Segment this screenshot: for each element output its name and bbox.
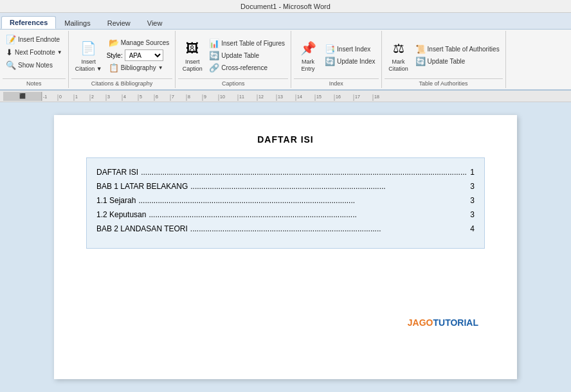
toc-dots: ........................................… — [141, 168, 467, 177]
table-authorities-group: ⚖ MarkCitation 📜 Insert Table of Authori… — [382, 31, 506, 88]
svg-text:2: 2 — [91, 94, 94, 99]
svg-text:18: 18 — [374, 94, 379, 99]
watermark-tutorial: TUTORIAL — [433, 317, 478, 328]
svg-text:4: 4 — [123, 94, 126, 99]
toc-page: 3 — [470, 210, 475, 219]
svg-text:1: 1 — [75, 94, 78, 99]
insert-table-figures-icon: 📊 — [209, 39, 219, 48]
update-table-captions-btn[interactable]: 🔄 Update Table — [207, 50, 287, 61]
svg-text:10: 10 — [220, 94, 225, 99]
svg-text:5: 5 — [140, 94, 142, 99]
update-index-icon: 🔄 — [325, 57, 335, 66]
tab-mailings[interactable]: Mailings — [56, 17, 98, 29]
toc-box: DAFTAR ISI..............................… — [86, 157, 485, 249]
title-text: Document1 - Microsoft Word — [240, 3, 331, 10]
svg-text:7: 7 — [172, 94, 174, 99]
show-notes-btn[interactable]: 🔍 Show Notes — [4, 60, 55, 71]
index-col: 📑 Insert Index 🔄 Update Index — [323, 44, 377, 67]
toc-dots: ........................................… — [190, 224, 467, 233]
mark-entry-icon: 📌 — [298, 38, 318, 58]
style-label: Style: — [107, 52, 123, 59]
style-row: Style: APA MLA Chicago — [107, 49, 172, 61]
captions-group-content: 🖼 InsertCaption 📊 Insert Table of Figure… — [178, 32, 288, 78]
update-table-auth-btn[interactable]: 🔄 Update Table — [413, 56, 502, 67]
insert-index-icon: 📑 — [325, 44, 335, 54]
toc-entry: DAFTAR ISI..............................… — [96, 168, 475, 177]
insert-citation-icon: 📄 — [78, 38, 99, 58]
next-footnote-icon: ⬇ — [6, 48, 13, 57]
table-authorities-label: Table of Authorities — [385, 78, 503, 87]
insert-caption-icon: 🖼 — [182, 38, 203, 58]
toc-entry: 1.1 Sejarah.............................… — [96, 196, 475, 205]
toc-entry: BAB 1 LATAR BELAKANG....................… — [96, 182, 475, 191]
next-footnote-dropdown-icon[interactable]: ▼ — [57, 49, 62, 55]
bibliography-btn[interactable]: 📋 Bibliography ▼ — [107, 62, 172, 73]
toc-entry: 1.2 Keputusan...........................… — [96, 210, 475, 219]
show-notes-icon: 🔍 — [6, 60, 16, 70]
next-footnote-btn[interactable]: ⬇ Next Footnote ▼ — [4, 47, 64, 58]
table-auth-col: 📜 Insert Table of Authorities 🔄 Update T… — [413, 44, 502, 67]
mark-entry-label: MarkEntry — [302, 58, 315, 73]
toc-page: 1 — [470, 168, 475, 177]
bibliography-label: Bibliography — [121, 64, 156, 71]
insert-table-auth-label: Insert Table of Authorities — [428, 46, 500, 53]
captions-col: 📊 Insert Table of Figures 🔄 Update Table… — [207, 38, 287, 73]
svg-text:13: 13 — [278, 94, 283, 99]
cross-reference-btn[interactable]: 🔗 Cross-reference — [207, 62, 287, 73]
document-page: DAFTAR ISI DAFTAR ISI...................… — [54, 115, 517, 379]
svg-text:6: 6 — [156, 94, 158, 99]
insert-endnote-btn[interactable]: 📝 Insert Endnote — [4, 34, 62, 45]
tab-review[interactable]: Review — [99, 17, 139, 29]
watermark-jago: JAGO — [408, 317, 433, 328]
insert-endnote-label: Insert Endnote — [18, 36, 60, 43]
title-bar: Document1 - Microsoft Word — [0, 0, 571, 13]
toc-entry: BAB 2 LANDASAN TEORI....................… — [96, 224, 475, 233]
update-index-btn[interactable]: 🔄 Update Index — [323, 56, 377, 67]
mark-citation-icon: ⚖ — [388, 38, 409, 58]
citations-group-content: 📄 InsertCitation ▼ 📂 Manage Sources Styl… — [71, 32, 173, 78]
insert-table-auth-btn[interactable]: 📜 Insert Table of Authorities — [413, 44, 502, 55]
tab-references[interactable]: References — [1, 16, 56, 29]
table-authorities-content: ⚖ MarkCitation 📜 Insert Table of Authori… — [385, 32, 503, 78]
endnote-icon: 📝 — [6, 35, 16, 44]
notes-group-content: 📝 Insert Endnote ⬇ Next Footnote ▼ 🔍 Sho… — [3, 32, 66, 78]
toc-page: 3 — [470, 182, 475, 191]
notes-group-label: Notes — [3, 78, 66, 87]
insert-caption-btn[interactable]: 🖼 InsertCaption — [179, 37, 205, 74]
cross-reference-label: Cross-reference — [221, 64, 267, 71]
mark-entry-btn[interactable]: 📌 MarkEntry — [295, 37, 321, 74]
manage-sources-btn[interactable]: 📂 Manage Sources — [107, 37, 172, 48]
page-title: DAFTAR ISI — [86, 134, 485, 145]
insert-table-figures-btn[interactable]: 📊 Insert Table of Figures — [207, 38, 287, 49]
svg-text:0: 0 — [59, 94, 62, 99]
tab-view[interactable]: View — [139, 17, 171, 29]
insert-index-btn[interactable]: 📑 Insert Index — [323, 44, 377, 55]
svg-text:9: 9 — [204, 94, 206, 99]
ribbon: 📝 Insert Endnote ⬇ Next Footnote ▼ 🔍 Sho… — [0, 30, 571, 91]
mark-citation-btn[interactable]: ⚖ MarkCitation — [386, 37, 412, 74]
captions-group: 🖼 InsertCaption 📊 Insert Table of Figure… — [176, 31, 291, 88]
toc-entry-text: 1.2 Keputusan — [96, 210, 146, 219]
style-select[interactable]: APA MLA Chicago — [125, 49, 163, 61]
watermark: JAGOTUTORIAL — [408, 317, 478, 328]
cross-reference-icon: 🔗 — [209, 63, 219, 73]
insert-citation-btn[interactable]: 📄 InsertCitation ▼ — [73, 37, 105, 74]
toc-entry-text: 1.1 Sejarah — [96, 196, 136, 205]
index-group-label: Index — [294, 78, 379, 87]
document-area: DAFTAR ISI DAFTAR ISI...................… — [0, 102, 571, 392]
next-footnote-label: Next Footnote — [15, 49, 55, 56]
toc-page: 4 — [470, 224, 475, 233]
svg-text:8: 8 — [188, 94, 190, 99]
ruler-inner: ⬛ -1 0 1 2 3 4 5 6 7 — [3, 92, 568, 101]
insert-index-label: Insert Index — [337, 46, 370, 53]
bibliography-dropdown-icon[interactable]: ▼ — [158, 65, 163, 71]
insert-caption-label: InsertCaption — [183, 58, 203, 73]
captions-group-label: Captions — [178, 78, 288, 87]
toc-page: 3 — [470, 196, 475, 205]
mark-citation-label: MarkCitation — [388, 58, 408, 73]
svg-text:-1: -1 — [43, 94, 47, 99]
toc-dots: ........................................… — [190, 182, 467, 191]
update-table-captions-label: Update Table — [221, 52, 259, 59]
svg-text:14: 14 — [297, 94, 302, 99]
update-table-auth-icon: 🔄 — [415, 57, 426, 66]
